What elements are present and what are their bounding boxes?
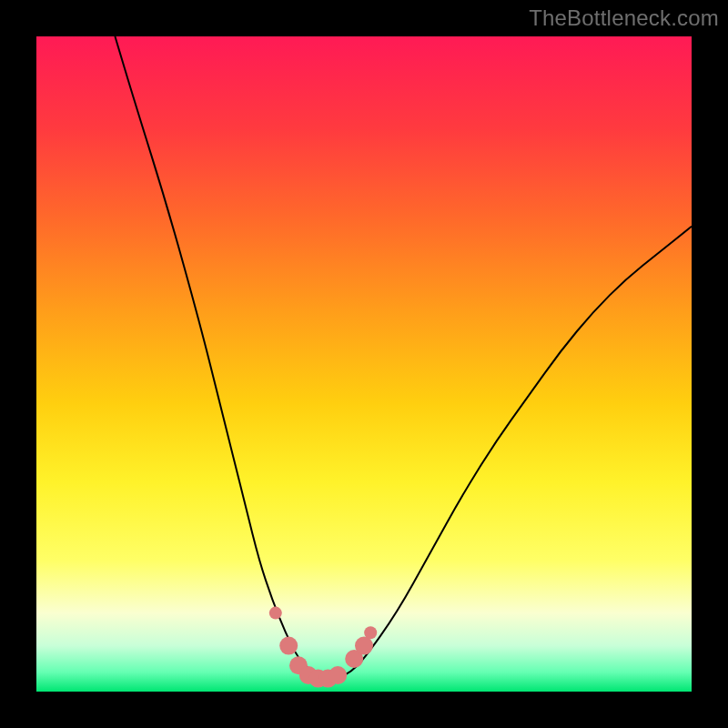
marker-dot — [329, 666, 347, 684]
marker-dot — [269, 607, 282, 620]
plot-area — [36, 36, 692, 692]
chart-frame: TheBottleneck.com — [0, 0, 728, 728]
marker-dot — [364, 626, 377, 639]
curve-layer — [36, 36, 692, 692]
marker-dot — [355, 637, 373, 655]
watermark-text: TheBottleneck.com — [529, 5, 719, 31]
bottleneck-curve — [115, 36, 692, 679]
highlight-dots — [269, 607, 377, 688]
marker-dot — [279, 637, 298, 655]
